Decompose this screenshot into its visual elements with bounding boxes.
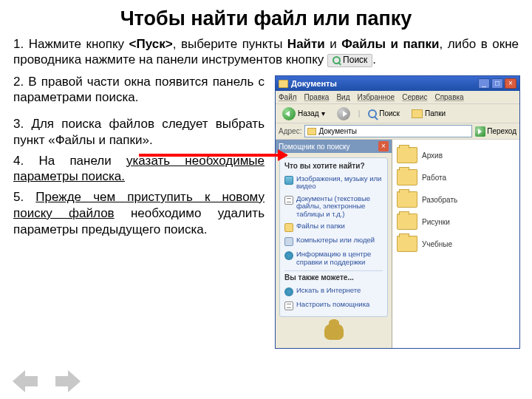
file-pane[interactable]: Архив Работа Разобрать Рисунки Учебные <box>392 140 519 348</box>
toolbar: Назад ▾ | Поиск Папки <box>276 104 519 123</box>
titlebar[interactable]: Документы _ □ × <box>276 76 519 91</box>
list-item[interactable]: Архив <box>395 144 516 166</box>
gear-icon <box>284 301 293 310</box>
step-4: 4. На панели указать необходимые парамет… <box>13 153 265 185</box>
search-opt-internet[interactable]: Искать в Интернете <box>284 284 383 299</box>
folder-icon <box>397 169 417 185</box>
menu-favorites[interactable]: Избранное <box>357 93 395 101</box>
folder-icon <box>307 128 316 135</box>
search-question: Что вы хотите найти? <box>284 162 383 170</box>
search-opt-pictures[interactable]: Изображения, музыку или видео <box>284 173 383 193</box>
address-bar: Адрес: Документы Переход <box>276 123 519 140</box>
forward-button[interactable] <box>333 105 354 123</box>
menu-tools[interactable]: Сервис <box>402 93 427 101</box>
search-opt-prefs[interactable]: Настроить помощника <box>284 299 383 313</box>
step-1: 1. Нажмите кнопку <Пуск>, выберите пункт… <box>13 36 519 68</box>
menu-file[interactable]: Файл <box>279 93 297 101</box>
menu-help[interactable]: Справка <box>434 93 463 101</box>
list-item[interactable]: Работа <box>395 166 516 188</box>
folder-icon <box>397 147 417 163</box>
folder-icon <box>397 191 417 208</box>
search-pane-header: Помощник по поиску × <box>276 140 392 153</box>
back-icon <box>282 107 296 120</box>
folder-icon <box>397 236 417 252</box>
menu-view[interactable]: Вид <box>336 93 349 101</box>
minimize-button[interactable]: _ <box>478 78 490 89</box>
search-icon <box>368 109 377 118</box>
list-item[interactable]: Учебные <box>395 233 516 255</box>
address-input[interactable]: Документы <box>304 125 472 137</box>
toolbar-folders-button[interactable]: Папки <box>408 107 449 120</box>
folder-icon <box>279 80 288 88</box>
go-icon <box>475 126 485 137</box>
next-slide-button[interactable] <box>53 368 83 395</box>
back-button[interactable]: Назад ▾ <box>279 105 329 123</box>
svg-marker-0 <box>13 370 38 392</box>
globe-icon <box>284 287 293 296</box>
menu-edit[interactable]: Правка <box>304 93 330 101</box>
search-opt-documents[interactable]: Документы (текстовые файлы, электронные … <box>284 193 383 220</box>
explorer-window: Документы _ □ × Файл Правка Вид Избранно… <box>275 75 520 349</box>
search-icon <box>332 56 341 64</box>
list-item[interactable]: Рисунки <box>395 211 516 233</box>
maximize-button[interactable]: □ <box>491 78 503 89</box>
folder-icon <box>284 223 293 232</box>
toolbar-search-button[interactable]: Поиск <box>364 107 403 120</box>
help-icon <box>284 251 293 260</box>
search-opt-files[interactable]: Файлы и папки <box>284 220 383 234</box>
inline-search-button: Поиск <box>327 54 372 67</box>
prev-slide-button[interactable] <box>10 368 40 395</box>
folders-icon <box>412 109 423 118</box>
search-pane: Помощник по поиску × Что вы хотите найти… <box>276 140 392 348</box>
page-title: Чтобы найти файл или папку <box>0 0 532 36</box>
step-5: 5. Прежде чем приступить к новому поиску… <box>13 189 265 237</box>
picture-icon <box>284 176 293 185</box>
close-button[interactable]: × <box>505 78 516 89</box>
also-label: Вы также можете... <box>284 273 383 282</box>
svg-marker-1 <box>55 370 81 392</box>
menubar: Файл Правка Вид Избранное Сервис Справка <box>276 91 519 104</box>
list-item[interactable]: Разобрать <box>395 188 516 211</box>
search-dog <box>279 319 388 344</box>
forward-icon <box>337 107 350 120</box>
address-label: Адрес: <box>279 127 301 135</box>
document-icon <box>284 196 293 205</box>
step-3: 3. Для поиска файлов следует выбрать пун… <box>13 116 265 149</box>
search-opt-help[interactable]: Информацию в центре справки и поддержки <box>284 248 383 268</box>
step-2: 2. В правой части окна появится панель с… <box>13 74 265 106</box>
close-search-pane-button[interactable]: × <box>378 141 389 151</box>
folder-icon <box>397 214 417 230</box>
red-arrow <box>139 154 287 157</box>
computer-icon <box>284 237 293 246</box>
window-title: Документы <box>291 79 478 88</box>
search-opt-computers[interactable]: Компьютеры или людей <box>284 234 383 248</box>
go-button[interactable]: Переход <box>475 126 516 137</box>
